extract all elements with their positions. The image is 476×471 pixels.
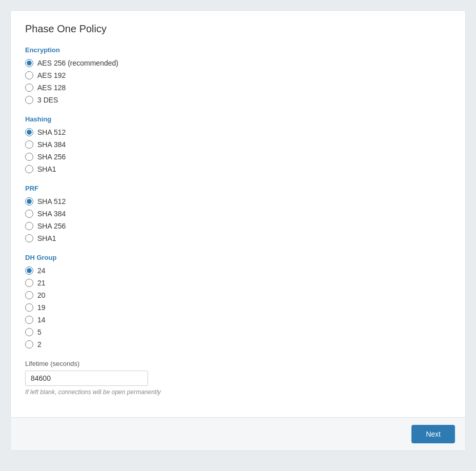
encryption-option-aes128[interactable]: AES 128 [25, 84, 451, 92]
dh-radio-5[interactable] [25, 328, 33, 336]
card-footer: Next [11, 417, 465, 450]
hashing-section: Hashing SHA 512 SHA 384 SHA 256 SHA1 [25, 115, 451, 173]
encryption-option-aes192[interactable]: AES 192 [25, 71, 451, 79]
encryption-option-aes256-label: AES 256 (recommended) [37, 59, 118, 67]
prf-option-sha384-label: SHA 384 [37, 210, 66, 218]
hashing-label: Hashing [25, 115, 451, 123]
encryption-option-3des[interactable]: 3 DES [25, 96, 451, 104]
hashing-radio-sha1[interactable] [25, 165, 33, 173]
encryption-radio-aes192[interactable] [25, 71, 33, 79]
dh-radio-19[interactable] [25, 303, 33, 312]
prf-radio-sha512[interactable] [25, 197, 33, 206]
dh-option-24-label: 24 [37, 267, 46, 275]
hashing-radio-sha512[interactable] [25, 128, 33, 136]
prf-option-sha1-label: SHA1 [37, 234, 56, 242]
hashing-option-sha384[interactable]: SHA 384 [25, 140, 451, 149]
prf-option-sha512-label: SHA 512 [37, 197, 66, 206]
hashing-option-sha1-label: SHA1 [37, 165, 56, 173]
dh-option-20[interactable]: 20 [25, 291, 451, 299]
prf-radio-sha384[interactable] [25, 210, 33, 218]
hashing-option-sha384-label: SHA 384 [37, 140, 66, 149]
prf-radio-sha1[interactable] [25, 234, 33, 242]
hashing-option-sha256[interactable]: SHA 256 [25, 153, 451, 161]
dh-option-21[interactable]: 21 [25, 279, 451, 287]
encryption-option-aes192-label: AES 192 [37, 71, 66, 79]
encryption-option-aes256[interactable]: AES 256 (recommended) [25, 59, 451, 67]
dh-option-2[interactable]: 2 [25, 340, 451, 349]
page-title: Phase One Policy [25, 23, 451, 35]
encryption-radio-aes256[interactable] [25, 59, 33, 67]
dh-radio-2[interactable] [25, 340, 33, 349]
encryption-option-aes128-label: AES 128 [37, 84, 66, 92]
main-card: Phase One Policy Encryption AES 256 (rec… [10, 10, 466, 451]
dh-option-21-label: 21 [37, 279, 46, 287]
dh-group-label: DH Group [25, 254, 451, 261]
dh-option-19-label: 19 [37, 303, 46, 312]
card-body: Phase One Policy Encryption AES 256 (rec… [11, 11, 465, 417]
prf-option-sha256[interactable]: SHA 256 [25, 222, 451, 230]
lifetime-label: Lifetime (seconds) [25, 360, 451, 367]
lifetime-hint: If left blank, connections will be open … [25, 388, 451, 396]
prf-option-sha384[interactable]: SHA 384 [25, 210, 451, 218]
prf-option-sha512[interactable]: SHA 512 [25, 197, 451, 206]
encryption-option-3des-label: 3 DES [37, 96, 58, 104]
hashing-radio-sha256[interactable] [25, 153, 33, 161]
dh-option-14-label: 14 [37, 316, 46, 324]
prf-label: PRF [25, 185, 451, 192]
hashing-option-sha512[interactable]: SHA 512 [25, 128, 451, 136]
next-button[interactable]: Next [411, 425, 455, 443]
hashing-option-sha512-label: SHA 512 [37, 128, 66, 136]
dh-radio-21[interactable] [25, 279, 33, 287]
dh-option-20-label: 20 [37, 291, 46, 299]
dh-option-14[interactable]: 14 [25, 316, 451, 324]
encryption-section: Encryption AES 256 (recommended) AES 192… [25, 46, 451, 104]
encryption-radio-3des[interactable] [25, 96, 33, 104]
dh-option-2-label: 2 [37, 340, 42, 349]
prf-radio-sha256[interactable] [25, 222, 33, 230]
dh-radio-20[interactable] [25, 291, 33, 299]
lifetime-input[interactable] [25, 371, 148, 386]
dh-option-5[interactable]: 5 [25, 328, 451, 336]
dh-option-24[interactable]: 24 [25, 267, 451, 275]
lifetime-section: Lifetime (seconds) If left blank, connec… [25, 360, 451, 396]
dh-option-5-label: 5 [37, 328, 42, 336]
prf-option-sha256-label: SHA 256 [37, 222, 66, 230]
dh-radio-24[interactable] [25, 267, 33, 275]
hashing-radio-sha384[interactable] [25, 140, 33, 149]
dh-group-section: DH Group 24 21 20 19 14 [25, 254, 451, 349]
dh-option-19[interactable]: 19 [25, 303, 451, 312]
hashing-option-sha256-label: SHA 256 [37, 153, 66, 161]
encryption-radio-aes128[interactable] [25, 84, 33, 92]
prf-option-sha1[interactable]: SHA1 [25, 234, 451, 242]
encryption-label: Encryption [25, 46, 451, 54]
dh-radio-14[interactable] [25, 316, 33, 324]
hashing-option-sha1[interactable]: SHA1 [25, 165, 451, 173]
prf-section: PRF SHA 512 SHA 384 SHA 256 SHA1 [25, 185, 451, 242]
